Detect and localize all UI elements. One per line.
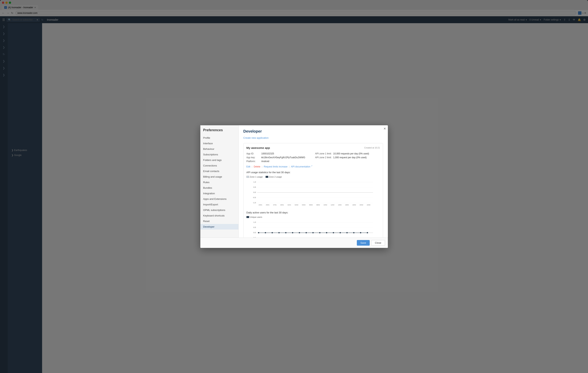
chart1-legend: Zone 1 usage Zone 2 usage — [246, 176, 380, 178]
svg-text:14/02: 14/02 — [338, 204, 342, 206]
svg-text:16/02: 16/02 — [345, 204, 349, 206]
app-created-at: Created at 10:21 — [364, 147, 380, 149]
svg-point-52 — [360, 232, 361, 233]
prefs-nav-email-contacts[interactable]: Email contacts — [200, 168, 238, 174]
unique-users-swatch — [246, 216, 249, 218]
svg-text:25/01: 25/01 — [266, 204, 269, 206]
prefs-nav-rules[interactable]: Rules — [200, 179, 238, 185]
preferences-sidebar: Preferences Profile Interface Behaviour … — [200, 125, 239, 238]
svg-text:20/02: 20/02 — [359, 204, 363, 206]
prefs-nav-behaviour[interactable]: Behaviour — [200, 146, 238, 152]
svg-text:08/02: 08/02 — [316, 204, 320, 206]
app-details-grid: App ID: 1000102325 App key: kk18irxGeoXA… — [246, 152, 380, 163]
svg-point-41 — [285, 232, 286, 233]
app-key-row: App key: kk18irxGeoXA5wyFg9U2PpTuabDu2WW… — [246, 156, 311, 159]
request-limits-link[interactable]: Request limits increase — [264, 165, 287, 168]
app-platform-value: Android — [261, 160, 269, 163]
legend-zone2: Zone 2 usage — [266, 176, 282, 178]
legend-zone1: Zone 1 usage — [246, 176, 263, 178]
app-card-header: My awesome app Created at 10:21 — [246, 146, 380, 149]
svg-point-51 — [353, 232, 354, 233]
svg-point-49 — [339, 232, 341, 233]
legend-unique-users: Unique users — [246, 216, 262, 218]
api-docs-link[interactable]: API documentation ↗ — [291, 165, 313, 168]
svg-point-44 — [305, 232, 307, 233]
svg-text:04/02: 04/02 — [302, 204, 305, 206]
svg-point-47 — [326, 232, 327, 233]
prefs-nav-reset[interactable]: Reset — [200, 218, 238, 224]
delete-app-link[interactable]: Delete — [254, 165, 260, 168]
preferences-title: Preferences — [200, 128, 238, 135]
prefs-nav-billing-usage[interactable]: Billing and usage — [200, 174, 238, 179]
svg-point-40 — [278, 232, 280, 233]
chart2-title: Daily active users for the last 30 days: — [246, 211, 380, 214]
zone1-legend-label: Zone 1 usage — [250, 176, 263, 178]
app-id-row: App ID: 1000102325 — [246, 152, 311, 155]
prefs-nav-connections[interactable]: Connections — [200, 163, 238, 168]
edit-app-link[interactable]: Edit — [246, 165, 251, 168]
app-card: My awesome app Created at 10:21 App ID: … — [243, 143, 383, 238]
external-link-icon: ↗ — [311, 165, 313, 167]
api-zone2-value: 1,000 request per day (0% used) — [333, 156, 367, 159]
zone1-swatch — [246, 176, 249, 178]
svg-text:-0.5: -0.5 — [252, 236, 256, 237]
svg-text:0.5: 0.5 — [253, 226, 256, 228]
close-button[interactable]: Close — [371, 240, 385, 246]
api-zone1-label: API zone 1 limit: — [315, 152, 332, 155]
svg-point-39 — [272, 232, 273, 233]
prefs-nav-opml-subscriptions[interactable]: OPML subscriptions — [200, 207, 238, 213]
chart2-svg: 1.0 0.5 0.0 -0.5 -1.0 — [246, 220, 380, 238]
svg-point-48 — [333, 232, 334, 233]
api-usage-chart-section: API usage statistics for the last 30 day… — [246, 171, 380, 206]
app-details-left: App ID: 1000102325 App key: kk18irxGeoXA… — [246, 152, 311, 163]
prefs-nav-integration[interactable]: Integration — [200, 191, 238, 196]
api-zone2-label: API zone 2 limit: — [315, 156, 332, 159]
svg-point-43 — [299, 232, 300, 233]
app-id-label: App ID: — [246, 152, 260, 155]
svg-text:10/02: 10/02 — [323, 204, 327, 206]
svg-text:23/01: 23/01 — [259, 204, 262, 206]
modal-close-button[interactable]: ✕ — [383, 127, 386, 131]
preferences-modal: ✕ Preferences Profile Interface Behaviou… — [200, 125, 388, 248]
save-button[interactable]: Save — [357, 240, 370, 246]
modal-overlay: ✕ Preferences Profile Interface Behaviou… — [0, 0, 588, 373]
svg-text:12/02: 12/02 — [331, 204, 334, 206]
prefs-nav-subscriptions[interactable]: Subscriptions — [200, 152, 238, 157]
api-zone1-value: 10,000 requests per day (0% used) — [333, 152, 369, 155]
chart1-container: 1.0 0.5 0.0 -0.5 -1.0 — [246, 179, 380, 206]
svg-text:31/01: 31/01 — [287, 204, 291, 206]
prefs-nav-keyboard-shortcuts[interactable]: Keyboard shortcuts — [200, 213, 238, 218]
app-key-value: kk18irxGeoXA5wyFg9U2PpTuabDu2WWG — [261, 156, 305, 159]
create-new-application-link[interactable]: Create new application — [243, 136, 269, 139]
prefs-nav-developer[interactable]: Developer — [200, 224, 238, 230]
svg-point-50 — [346, 232, 347, 233]
prefs-nav-folders-tags[interactable]: Folders and tags — [200, 157, 238, 163]
svg-text:27/01: 27/01 — [273, 204, 277, 206]
svg-text:29/01: 29/01 — [280, 204, 284, 206]
daily-users-chart-section: Daily active users for the last 30 days:… — [246, 211, 380, 238]
svg-text:22/02: 22/02 — [367, 204, 370, 206]
chart1-svg: 1.0 0.5 0.0 -0.5 -1.0 — [246, 179, 380, 206]
svg-point-45 — [312, 232, 314, 233]
app-id-value: 1000102325 — [261, 152, 274, 155]
api-zone2-row: API zone 2 limit: 1,000 request per day … — [315, 156, 380, 159]
developer-page-title: Developer — [243, 129, 383, 133]
svg-text:02/02: 02/02 — [295, 204, 298, 206]
prefs-nav-profile[interactable]: Profile — [200, 135, 238, 141]
app-name: My awesome app — [246, 146, 270, 149]
modal-footer: Save Close — [200, 238, 388, 248]
api-zone1-row: API zone 1 limit: 10,000 requests per da… — [315, 152, 380, 155]
svg-text:-1.0: -1.0 — [252, 201, 256, 203]
svg-text:0.0: 0.0 — [253, 231, 256, 233]
zone2-legend-label: Zone 2 usage — [269, 176, 282, 178]
prefs-nav-interface[interactable]: Interface — [200, 141, 238, 146]
prefs-nav-apps-extensions[interactable]: Apps and Extensions — [200, 196, 238, 202]
prefs-nav-bundles[interactable]: Bundles — [200, 185, 238, 191]
svg-point-53 — [367, 232, 368, 233]
app-platform-row: Platform: Android — [246, 160, 311, 163]
app-details-right: API zone 1 limit: 10,000 requests per da… — [315, 152, 380, 163]
app-actions: Edit | Delete | Request limits increase … — [246, 165, 380, 168]
prefs-nav-import-export[interactable]: Import/Export — [200, 202, 238, 207]
svg-text:-0.5: -0.5 — [252, 196, 256, 198]
unique-users-legend-label: Unique users — [250, 216, 262, 218]
